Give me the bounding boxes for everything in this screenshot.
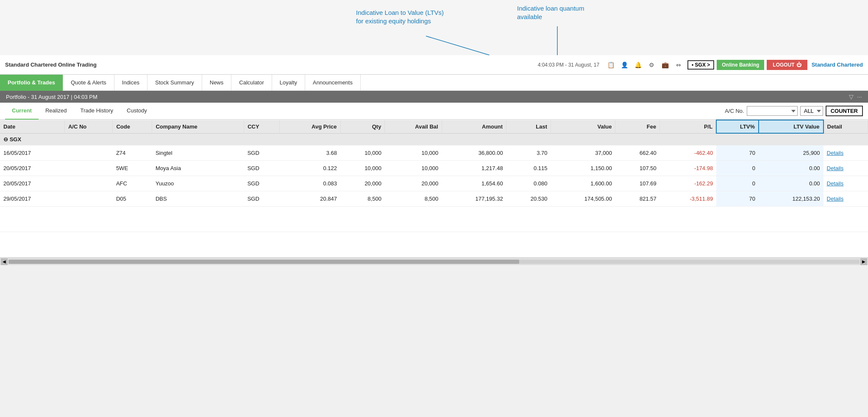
table-row: 20/05/2017 5WE Moya Asia SGD 0.122 10,00… [0,161,868,176]
cell-code: D05 [113,191,152,207]
nav-item-indices[interactable]: Indices [114,75,147,91]
cell-value: 37,000 [551,146,615,161]
cell-code: AFC [113,176,152,191]
nav-item-announcements[interactable]: Announcements [305,75,361,91]
nav-item-loyalty[interactable]: Loyalty [272,75,305,91]
cell-ccy: SGD [244,191,280,207]
col-date: Date [0,120,64,133]
gear-icon[interactable]: ⚙ [647,60,656,70]
cell-pl: -3,511.89 [660,191,716,207]
portfolio-bar-icons: ▽ ··· [849,93,862,100]
tab-trade-history[interactable]: Trade History [74,103,120,120]
tab-custody[interactable]: Custody [120,103,154,120]
table-row: 20/05/2017 AFC Yuuzoo SGD 0.083 20,000 2… [0,176,868,191]
nav-item-portfolio[interactable]: Portfolio & Trades [0,75,63,91]
cell-availbal: 10,000 [385,146,442,161]
col-value: Value [551,120,615,133]
portfolio-title: Portfolio - 31 August 2017 | 04:03 PM [6,94,97,100]
cell-detail[interactable]: Details [823,191,868,207]
col-acno: A/C No [64,120,112,133]
tab-current[interactable]: Current [5,103,39,120]
cell-date: 16/05/2017 [0,146,64,161]
cell-company: Moya Asia [152,161,244,176]
nav-item-news[interactable]: News [202,75,232,91]
cell-pl: -462.40 [660,146,716,161]
scroll-thumb [8,260,519,264]
standard-chartered-link[interactable]: Standard Chartered [812,62,863,68]
cell-ccy: SGD [244,146,280,161]
cell-acno [64,176,112,191]
cell-company: Singtel [152,146,244,161]
nav-item-calculator[interactable]: Calculator [231,75,272,91]
cell-code: Z74 [113,146,152,161]
logout-button[interactable]: LOGOUT ⏻ [767,60,807,70]
cell-avgprice: 0.122 [279,161,340,176]
cell-availbal: 20,000 [385,176,442,191]
cell-availbal: 10,000 [385,161,442,176]
col-amount: Amount [442,120,506,133]
cell-acno [64,146,112,161]
ac-no-select[interactable] [747,106,798,116]
cell-qty: 20,000 [340,176,385,191]
cell-qty: 10,000 [340,146,385,161]
scroll-track [8,260,860,264]
wallet-icon[interactable]: 💼 [660,60,670,70]
col-pl: P/L [660,120,716,133]
cell-value: 174,505.00 [551,191,615,207]
cell-avgprice: 0.083 [279,176,340,191]
header-icons: 📋 👤 🔔 ⚙ 💼 ⇔ [606,60,683,70]
online-banking-button[interactable]: Online Banking [717,60,764,70]
table-container: Date A/C No Code Company Name CCY Avg Pr… [0,120,868,257]
col-qty: Qty [340,120,385,133]
cell-fee: 107.50 [615,161,660,176]
datetime-label: 4:04:03 PM - 31 August, 17 [538,62,599,68]
cell-pl: -162.29 [660,176,716,191]
cell-qty: 8,500 [340,191,385,207]
all-select[interactable]: ALL [800,106,823,116]
cell-ltv-pct: 70 [716,146,759,161]
top-header: Standard Chartered Online Trading 4:04:0… [0,55,868,75]
sgx-group-label: ⊖ SGX [0,133,868,146]
cell-qty: 10,000 [340,161,385,176]
tab-realized[interactable]: Realized [39,103,74,120]
col-detail: Detail [823,120,868,133]
tabs-right: A/C No. ALL COUNTER [725,106,863,116]
cell-ltv-value: 0.00 [759,161,823,176]
brand-label: Standard Chartered Online Trading [5,62,538,68]
cell-ltv-value: 122,153.20 [759,191,823,207]
filter-icon[interactable]: ▽ [849,93,854,100]
portfolio-bar: Portfolio - 31 August 2017 | 04:03 PM ▽ … [0,91,868,103]
scroll-right-arrow[interactable]: ▶ [860,258,867,265]
cell-ltv-pct: 70 [716,191,759,207]
col-availbal: Avail Bal [385,120,442,133]
cell-company: DBS [152,191,244,207]
sgx-button[interactable]: • SGX > [687,60,714,70]
col-fee: Fee [615,120,660,133]
col-ltv-value: LTV Value [759,120,823,133]
arrows-icon[interactable]: ⇔ [674,60,683,70]
copy-icon[interactable]: 📋 [606,60,615,70]
cell-acno [64,191,112,207]
nav-item-stock-summary[interactable]: Stock Summary [147,75,202,91]
cell-ccy: SGD [244,176,280,191]
alert-icon[interactable]: 🔔 [633,60,643,70]
more-icon[interactable]: ··· [857,93,862,100]
callout-ltv: Indicative Loan to Value (LTVs) for exis… [356,8,449,25]
nav-item-quote[interactable]: Quote & Alerts [63,75,114,91]
cell-last: 0.115 [506,161,551,176]
cell-detail[interactable]: Details [823,146,868,161]
cell-acno [64,161,112,176]
table-row: 29/05/2017 D05 DBS SGD 20.847 8,500 8,50… [0,191,868,207]
counter-button[interactable]: COUNTER [826,106,863,116]
cell-code: 5WE [113,161,152,176]
cell-avgprice: 3.68 [279,146,340,161]
col-avgprice: Avg Price [279,120,340,133]
cell-date: 20/05/2017 [0,176,64,191]
cell-detail[interactable]: Details [823,176,868,191]
cell-detail[interactable]: Details [823,161,868,176]
portfolio-table: Date A/C No Code Company Name CCY Avg Pr… [0,120,868,257]
scroll-left-arrow[interactable]: ◀ [1,258,8,265]
horizontal-scrollbar[interactable]: ◀ ▶ [0,257,868,265]
person-icon[interactable]: 👤 [620,60,629,70]
cell-fee: 662.40 [615,146,660,161]
